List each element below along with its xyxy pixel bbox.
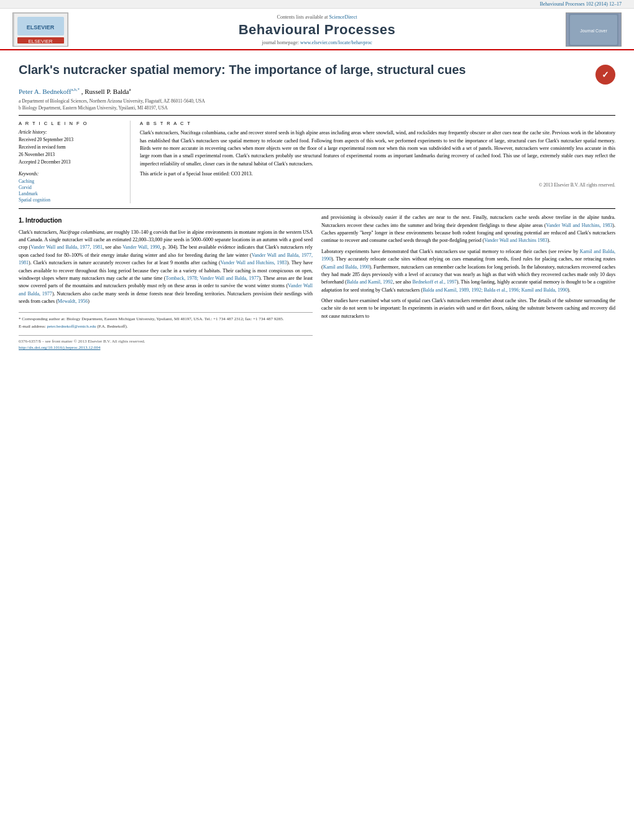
keyword-3: Landmark [19, 191, 124, 196]
elsevier-logo: ELSEVIER ELSEVIER [12, 12, 68, 47]
affiliation-b: b Biology Department, Eastern Michigan U… [19, 104, 615, 111]
body-area: 1. Introduction Clark's nutcrackers, Nuc… [19, 208, 615, 351]
contents-line: Contents lists available at ScienceDirec… [81, 14, 553, 20]
abstract-paragraph-2: This article is part of a Special Issue … [140, 170, 615, 178]
copyright-line: © 2013 Elsevier B.V. All rights reserved… [140, 182, 615, 188]
footnote-email: E-mail address: peter.bednekoff@emich.ed… [19, 323, 313, 330]
affiliations: a Department of Biological Sciences, Nor… [19, 98, 615, 112]
page: Behavioural Processes 102 (2014) 12–17 E… [0, 0, 634, 840]
svg-text:ELSEVIER: ELSEVIER [28, 39, 52, 44]
issn-line: 0376-6357/$ – see front matter © 2013 El… [19, 338, 313, 345]
keywords-section: Keywords: Caching Corvid Landmark Spatia… [19, 171, 124, 203]
footnote-area: * Corresponding author at: Biology Depar… [19, 312, 313, 330]
journal-ref: Behavioural Processes 102 (2014) 12–17 [540, 1, 622, 7]
body-col2-text2: Laboratory experiments have demonstrated… [321, 248, 615, 294]
body-col1-text: Clark's nutcrackers, Nucifraga columbian… [19, 229, 313, 306]
ref-tomback-1978[interactable]: Tomback, 1978; Vander Wall and Balda, 19… [166, 275, 259, 281]
email-suffix: (P.A. Bednekoff). [97, 324, 127, 329]
abstract-text: Clark's nutcrackers, Nucifraga columbian… [140, 129, 615, 178]
author1-sup: a,b,* [71, 87, 80, 92]
accepted-date: Accepted 2 December 2013 [19, 159, 71, 165]
ref-mewaldt-1956[interactable]: Mewaldt, 1956 [58, 298, 88, 304]
bottom-bar: 0376-6357/$ – see front matter © 2013 El… [19, 335, 313, 352]
ref-balda-kamil-1989[interactable]: Balda and Kamil, 1989, 1992; Balda et al… [423, 287, 567, 293]
info-abstract-section: A R T I C L E I N F O Article history: R… [19, 115, 615, 203]
elsevier-image: ELSEVIER ELSEVIER [12, 12, 68, 47]
body-col2-text1: and provisioning is obviously easier if … [321, 214, 615, 245]
ref-vander-hutchins-1983[interactable]: Vander Wall and Hutchins, 1983 [221, 260, 287, 265]
received-revised-label: Received in revised form [19, 144, 66, 150]
abstract-col: A B S T R A C T Clark's nutcrackers, Nuc… [140, 121, 615, 203]
article-content: Clark's nutcracker spatial memory: The i… [0, 50, 634, 358]
keyword-2: Corvid [19, 185, 124, 190]
journal-cover-image: Journal Cover [566, 12, 622, 47]
received-date: Received 20 September 2013 [19, 137, 73, 142]
abstract-label: A B S T R A C T [140, 121, 615, 126]
section1-heading: 1. Introduction [19, 216, 313, 226]
revised-date: 26 November 2013 [19, 152, 55, 157]
journal-ref-bar: Behavioural Processes 102 (2014) 12–17 [0, 0, 634, 9]
ref-vander-wall-1990[interactable]: Vander Wall, 1990 [122, 244, 160, 250]
affiliation-a: a Department of Biological Sciences, Nor… [19, 98, 615, 104]
authors-line: Peter A. Bednekoffa,b,* , Russell P. Bal… [19, 87, 615, 95]
history-label: Article history: [19, 129, 124, 135]
article-title: Clark's nutcracker spatial memory: The i… [19, 62, 589, 78]
svg-text:Journal Cover: Journal Cover [580, 29, 607, 33]
sciencedirect-link[interactable]: ScienceDirect [329, 14, 357, 20]
journal-header: ELSEVIER ELSEVIER Contents lists availab… [0, 9, 634, 50]
keyword-4: Spatial cognition [19, 197, 124, 203]
abstract-paragraph-1: Clark's nutcrackers, Nucifraga columbian… [140, 129, 615, 168]
author1-name: Peter A. Bednekoff [19, 88, 71, 95]
ref-kamil-balda-1990[interactable]: Kamil and Balda, 1990 [321, 249, 615, 262]
body-col2-text3: Other studies have examined what sorts o… [321, 297, 615, 320]
ref-vander-wall-1977[interactable]: Vander Wall and Balda, 1977, 1981 [30, 244, 103, 250]
keyword-1: Caching [19, 178, 124, 184]
author-separator: , Russell P. Balda [81, 88, 129, 95]
homepage-text: journal homepage: [262, 40, 299, 45]
email-label: E-mail address: [19, 324, 46, 329]
email-link[interactable]: peter.bednekoff@emich.edu [47, 324, 96, 329]
contents-text: Contents lists available at [277, 14, 328, 20]
ref-vander-wall-1977c[interactable]: Vander Wall and Balda, 1977 [19, 283, 313, 296]
ref-bednekoff-1997[interactable]: Bednekoff et al., 1997 [412, 279, 456, 285]
article-title-section: Clark's nutcracker spatial memory: The i… [19, 62, 615, 85]
doi-link[interactable]: http://dx.doi.org/10.1016/j.beproc.2013.… [19, 345, 101, 350]
journal-homepage-line: journal homepage: www.elsevier.com/locat… [81, 40, 553, 45]
journal-title-header: Behavioural Processes [81, 22, 553, 38]
footnote-corresponding: * Corresponding author at: Biology Depar… [19, 316, 313, 323]
ref-balda-kamil-1992[interactable]: Balda and Kamil, 1992 [347, 279, 393, 285]
journal-homepage-link[interactable]: www.elsevier.com/locate/behavproc [300, 40, 372, 45]
article-info-label: A R T I C L E I N F O [19, 121, 124, 126]
body-col-left: 1. Introduction Clark's nutcrackers, Nuc… [19, 214, 313, 351]
article-info-col: A R T I C L E I N F O Article history: R… [19, 121, 131, 203]
svg-text:✓: ✓ [602, 70, 609, 80]
author1-link[interactable]: Peter A. Bednekoffa,b,* [19, 88, 81, 95]
author2-sup: a [129, 87, 131, 92]
ref-vander-hutchins-1983c[interactable]: Vander Wall and Hutchins 1983 [484, 238, 548, 243]
doi-line: http://dx.doi.org/10.1016/j.beproc.2013.… [19, 344, 313, 351]
body-col-right: and provisioning is obviously easier if … [321, 214, 615, 351]
ref-kamil-balda-1990b[interactable]: Kamil and Balda, 1990 [323, 264, 370, 270]
info-dates: Received 20 September 2013 Received in r… [19, 136, 124, 166]
species-name-1: Nucifraga columbiana [59, 229, 104, 235]
svg-text:ELSEVIER: ELSEVIER [26, 24, 54, 30]
header-center: Contents lists available at ScienceDirec… [68, 14, 566, 45]
crossmark-badge: ✓ [595, 65, 615, 85]
ref-vander-hutchins-1983b[interactable]: Vander Wall and Hutchins, 1983 [546, 223, 613, 228]
keywords-label: Keywords: [19, 171, 124, 177]
article-history: Article history: Received 20 September 2… [19, 129, 124, 166]
